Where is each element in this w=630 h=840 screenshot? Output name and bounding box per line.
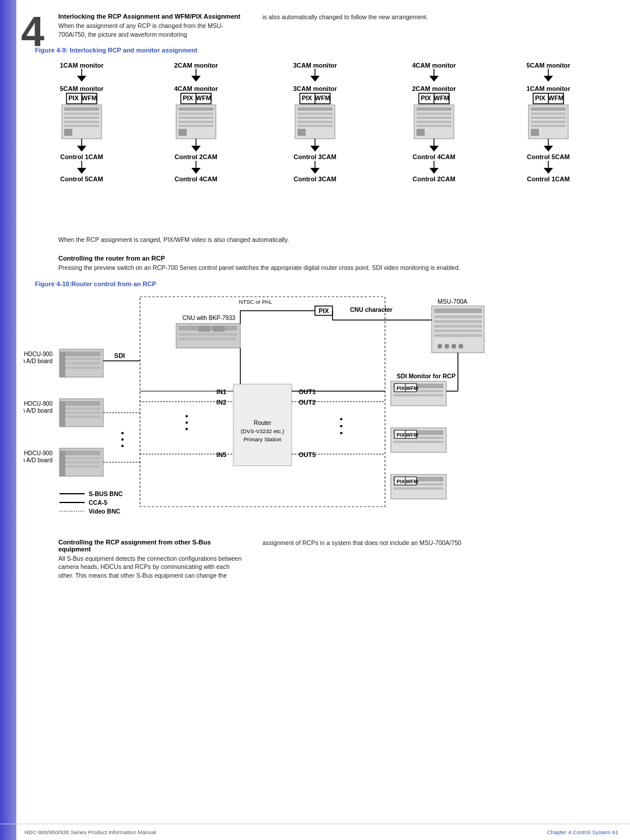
svg-point-122 [186, 415, 188, 417]
svg-rect-9 [64, 125, 99, 127]
svg-marker-16 [191, 76, 201, 82]
svg-rect-50 [416, 107, 452, 111]
section3-heading: Controlling the RCP assignment from othe… [58, 539, 245, 553]
hdcu2-label: HDCU-900 [24, 400, 52, 407]
svg-rect-98 [62, 367, 100, 369]
svg-rect-25 [178, 129, 187, 136]
section1-body1: When the assignment of any RCP is change… [58, 22, 245, 38]
svg-point-117 [121, 445, 124, 447]
svg-rect-92 [198, 326, 210, 332]
svg-marker-31 [310, 76, 320, 82]
sdi1-pix: PIX [397, 385, 405, 391]
svg-rect-97 [62, 362, 100, 364]
svg-rect-82 [434, 329, 482, 332]
cam3-wfm: WFM [315, 94, 330, 101]
svg-rect-99 [60, 352, 65, 377]
left-bar [0, 0, 16, 840]
svg-rect-7 [64, 117, 99, 119]
svg-rect-10 [64, 129, 72, 136]
svg-marker-57 [429, 146, 439, 152]
svg-point-84 [438, 344, 442, 349]
section2-heading: Controlling the router from an RCP [58, 255, 630, 262]
svg-rect-37 [298, 117, 332, 119]
cam4-wfm: WFM [434, 94, 449, 101]
section1-body2: is also automatically changed to follow … [262, 13, 630, 22]
section2-body: Pressing the preview switch on an RCP-70… [58, 263, 630, 272]
svg-rect-107 [62, 451, 100, 455]
svg-rect-67 [531, 117, 566, 119]
svg-marker-44 [310, 168, 320, 174]
svg-marker-42 [310, 146, 320, 152]
svg-rect-104 [62, 416, 100, 418]
svg-rect-36 [298, 113, 332, 115]
cam1-top-label: 1CAM monitor [60, 62, 104, 69]
out2-label: OUT2 [299, 399, 316, 406]
cam5-pix: PIX [535, 94, 545, 101]
svg-rect-68 [531, 121, 566, 123]
svg-marker-14 [77, 168, 86, 174]
section3-left: Controlling the RCP assignment from othe… [58, 539, 245, 580]
page: 4 Interlocking the RCP Assignment and WF… [0, 0, 630, 840]
svg-marker-12 [77, 146, 86, 152]
svg-rect-39 [298, 125, 332, 127]
svg-rect-55 [416, 129, 425, 136]
svg-rect-111 [60, 451, 65, 476]
in1-label: IN1 [216, 388, 226, 395]
svg-rect-79 [434, 315, 482, 318]
svg-rect-108 [62, 457, 100, 459]
svg-rect-24 [178, 125, 214, 127]
figure49-svg: 1CAM monitor 5CAM monitor PIX WFM Contro… [29, 57, 601, 232]
in5-label: IN5 [216, 451, 226, 458]
svg-rect-6 [64, 113, 99, 115]
svg-rect-8 [64, 121, 99, 123]
svg-point-130 [340, 432, 342, 434]
legend-sbus: S-BUS BNC [89, 490, 123, 497]
svg-rect-78 [434, 308, 482, 313]
after-diagram-text: When the RCP assignment is canged, PIX/W… [58, 236, 630, 244]
sdi2-wfm: WFM [405, 432, 418, 438]
svg-rect-83 [434, 334, 482, 337]
svg-point-128 [340, 418, 342, 420]
cam2-wfm: WFM [196, 94, 211, 101]
out5-label: OUT5 [299, 451, 316, 458]
hdcu1-label: HDCU-900 [24, 351, 52, 357]
cam2-ctrl1: Control 2CAM [174, 153, 217, 160]
svg-rect-146 [393, 487, 443, 490]
pix-box: PIX [318, 307, 329, 314]
svg-point-123 [186, 421, 188, 424]
cam5-top-label: 5CAM monitor [526, 62, 570, 69]
svg-marker-46 [429, 76, 439, 82]
svg-marker-61 [544, 76, 553, 82]
cam5-ctrl2: Control 1CAM [527, 175, 569, 182]
out1-label: OUT1 [299, 388, 316, 395]
svg-rect-70 [531, 129, 539, 136]
cam3-second-label: 3CAM monitor [293, 85, 337, 92]
svg-marker-72 [544, 146, 553, 152]
svg-rect-51 [416, 113, 452, 115]
cam1-ctrl2: Control 5CAM [60, 175, 103, 182]
hdcu3-board: with A/D board [23, 457, 52, 463]
section1-left: Interlocking the RCP Assignment and WFM/… [58, 13, 245, 38]
svg-rect-91 [178, 338, 237, 340]
cam1-ctrl1: Control 1CAM [60, 153, 103, 160]
figure410-svg: NTSC or PAL PIX CNU character MSU-700A C… [23, 291, 607, 533]
cam5-wfm: WFM [548, 94, 564, 101]
router-label: Router [254, 420, 272, 426]
cam3-top-label: 3CAM monitor [293, 62, 337, 69]
svg-point-115 [121, 432, 124, 434]
sdi-monitor-label: SDI Monitor for RCP [397, 372, 456, 379]
legend-video: Video BNC [89, 508, 120, 515]
section1-heading: Interlocking the RCP Assignment and WFM/… [58, 13, 245, 20]
cam2-ctrl2: Control 4CAM [174, 175, 217, 182]
svg-rect-35 [298, 107, 332, 111]
svg-marker-59 [429, 168, 439, 174]
sdi3-wfm: WFM [405, 479, 418, 484]
svg-point-85 [444, 344, 449, 349]
primary-label: Primary Station [244, 436, 282, 442]
section2: Controlling the router from an RCP Press… [58, 255, 630, 272]
footer: HDC-900/950/930 Series Product Informati… [0, 824, 630, 840]
hdcu2-board: with A/D board [23, 407, 52, 414]
cam4-ctrl1: Control 4CAM [412, 153, 455, 160]
hdcu1-board: with A/D board [23, 358, 52, 364]
cam2-pix: PIX [183, 94, 193, 101]
